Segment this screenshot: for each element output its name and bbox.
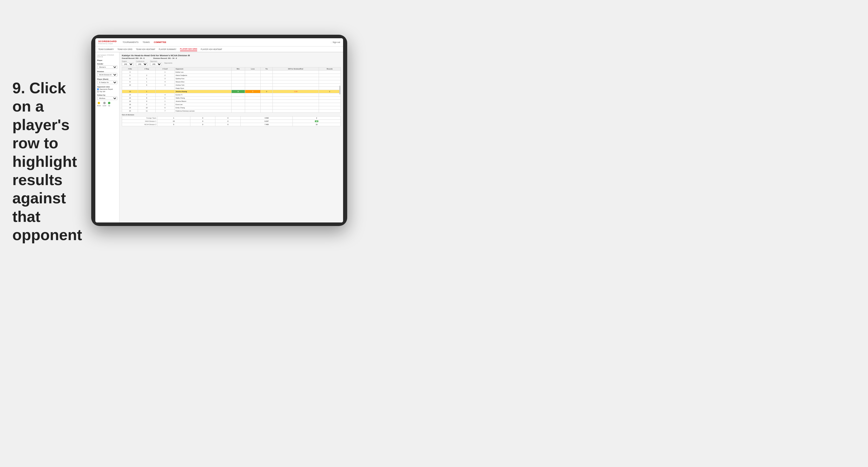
table-row[interactable]: 31Esther Lee bbox=[122, 71, 341, 74]
sub-nav-player-h2h-heatmap[interactable]: PLAYER H2H HEATMAP bbox=[201, 48, 222, 51]
legend-up-dot bbox=[108, 102, 110, 104]
data-table: # Div # Reg # Conf Opponent Win Loss Tie… bbox=[122, 67, 341, 113]
sidebar-division-section: Division NCAA Division III bbox=[97, 71, 117, 76]
sidebar-colour-section: Colour by Win/loss bbox=[97, 94, 117, 100]
division-record: Division Record: 331 - 34 - 6 bbox=[153, 57, 177, 59]
grid-title: Katelyn Vo Head-to-Head Grid for Women's… bbox=[122, 54, 341, 57]
legend-level-dot bbox=[103, 102, 105, 104]
col-loss: Loss bbox=[245, 67, 261, 71]
col-reg: # Reg bbox=[138, 67, 155, 71]
conference-filter[interactable]: (All) bbox=[136, 62, 148, 66]
filter-opponent-group: Opponent (All) bbox=[150, 60, 162, 66]
sidebar-player-rank-section: Player (Rank) 8. Katelyn Vo bbox=[97, 78, 117, 84]
sidebar-timestamp: Last Updated: 27/03/2024 16:55:38 bbox=[97, 54, 117, 58]
col-diff: Diff Av Strokes/Rnd bbox=[273, 67, 319, 71]
main-content: Last Updated: 27/03/2024 16:55:38 Player… bbox=[95, 52, 343, 222]
nav-teams[interactable]: TEAMS bbox=[143, 41, 150, 44]
table-row[interactable]: 1691Jessica Mason bbox=[122, 100, 341, 103]
col-div: # Div bbox=[122, 67, 138, 71]
sub-nav-team-h2h-heatmap[interactable]: TEAM H2H HEATMAP bbox=[136, 48, 155, 51]
filter-region-group: Region (All) bbox=[122, 60, 133, 66]
legend: Down Level Up bbox=[97, 102, 117, 106]
out-of-division-table: Foreign Team 1004.5002 NAIA Division 1 1… bbox=[122, 116, 341, 126]
tablet-screen: SCOREBOARD Powered by clippd TOURNAMENTS… bbox=[95, 38, 343, 222]
region-filter[interactable]: (All) bbox=[122, 62, 133, 66]
opponents-played-radio[interactable]: Opponents Played bbox=[97, 88, 117, 90]
filter-conference-group: Conference (All) bbox=[136, 60, 148, 66]
table-row[interactable]: Haejo Hyun bbox=[122, 87, 341, 90]
sidebar-opponent-view: Opponent view Opponents Played Top 100 bbox=[97, 86, 117, 92]
sidebar: Last Updated: 27/03/2024 16:55:38 Player… bbox=[95, 52, 120, 222]
sign-out-link[interactable]: Sign out bbox=[333, 41, 340, 43]
grid-area: Katelyn Vo Head-to-Head Grid for Women's… bbox=[120, 52, 343, 222]
table-row[interactable]: 1063Andrea York bbox=[122, 84, 341, 87]
out-row-foreign[interactable]: Foreign Team 1004.5002 bbox=[122, 117, 341, 120]
legend-down-dot bbox=[98, 102, 100, 104]
col-tie: Tie bbox=[261, 67, 273, 71]
opponents-label: Opponents: bbox=[164, 62, 173, 64]
colour-select[interactable]: Win/loss bbox=[97, 96, 117, 100]
overall-record: Overall Record: 353 - 34 - 6 bbox=[122, 57, 145, 59]
logo: SCOREBOARD Powered by clippd bbox=[98, 40, 117, 44]
table-row-highlighted[interactable]: 13 1 Jessica Huang 0 1 0 -3.00 2 bbox=[122, 90, 341, 93]
table-row[interactable]: 19106Emily Chang bbox=[122, 106, 341, 110]
sidebar-gender-section: Gender Women's bbox=[97, 63, 117, 69]
division-select[interactable]: NCAA Division III bbox=[97, 73, 117, 76]
nav-committee[interactable]: COMMITTEE bbox=[154, 41, 166, 44]
player-rank-select[interactable]: 8. Katelyn Vo bbox=[97, 81, 117, 84]
col-rounds: Rounds bbox=[319, 67, 340, 71]
out-row-naia[interactable]: NAIA Division 1 15009.267 30 bbox=[122, 120, 341, 123]
record-row: Overall Record: 353 - 34 - 6 Division Re… bbox=[122, 57, 341, 59]
opponent-filter[interactable]: (All) bbox=[150, 62, 162, 66]
annotation-text: 9. Click on a player's row to highlight … bbox=[12, 79, 83, 244]
out-of-division-title: Out of division bbox=[122, 114, 341, 116]
out-row-ncaa2[interactable]: NCAA Division 2 5007.40010 bbox=[122, 123, 341, 126]
table-row[interactable]: 1474Eunice Yi bbox=[122, 93, 341, 96]
col-win: Win bbox=[231, 67, 245, 71]
sub-nav-player-h2h-grid[interactable]: PLAYER H2H GRID bbox=[180, 48, 197, 51]
tablet-frame: SCOREBOARD Powered by clippd TOURNAMENTS… bbox=[91, 35, 347, 226]
sub-nav-player-summary[interactable]: PLAYER SUMMARY bbox=[159, 48, 177, 51]
nav-tournaments[interactable]: TOURNAMENTS bbox=[123, 41, 138, 44]
table-row[interactable]: 522Alexis Sudjianto bbox=[122, 74, 341, 77]
top-100-radio[interactable]: Top 100 bbox=[97, 91, 117, 92]
nav-links: TOURNAMENTS TEAMS COMMITTEE bbox=[123, 41, 331, 44]
col-conf: # Conf bbox=[155, 67, 175, 71]
nav-bar: SCOREBOARD Powered by clippd TOURNAMENTS… bbox=[95, 38, 343, 46]
sub-nav: TEAM SUMMARY TEAM H2H GRID TEAM H2H HEAT… bbox=[95, 46, 343, 52]
sidebar-player-section: Player bbox=[97, 59, 117, 61]
scroll-indicator[interactable] bbox=[339, 86, 340, 94]
sub-nav-team-summary[interactable]: TEAM SUMMARY bbox=[98, 48, 114, 51]
gender-select[interactable]: Women's bbox=[97, 65, 117, 69]
table-row[interactable]: 1822Euna Lee bbox=[122, 103, 341, 106]
sub-nav-team-h2h-grid[interactable]: TEAM H2H GRID bbox=[117, 48, 132, 51]
table-row[interactable]: 914Sharon Mun bbox=[122, 80, 341, 84]
filter-row: Region (All) Conference (All) Opponent bbox=[122, 60, 341, 66]
col-opponent: Opponent bbox=[175, 67, 231, 71]
table-row[interactable]: 613Sydney Kuo bbox=[122, 77, 341, 80]
table-row[interactable]: 20117Federica Domecq Lacroze bbox=[122, 110, 341, 113]
table-row[interactable]: 1585Stella Cheng bbox=[122, 96, 341, 100]
